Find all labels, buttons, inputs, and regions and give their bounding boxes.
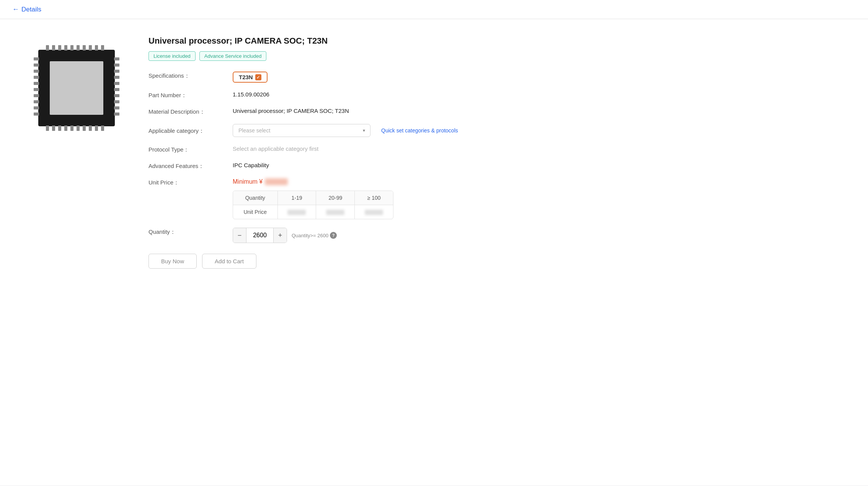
price-table-header-2: 20-99 — [316, 191, 355, 205]
material-description-value: Universal processor; IP CAMERA SOC; T23N — [233, 108, 845, 114]
product-image-wrapper — [23, 34, 130, 142]
price-table: Quantity 1-19 20-99 ≥ 100 Unit Price — [233, 191, 393, 219]
protocol-type-value: Select an applicable category first — [233, 145, 845, 152]
part-number-label: Part Number： — [148, 91, 233, 99]
advanced-features-row: Advanced Features： IPC Capability — [148, 162, 845, 170]
action-buttons: Buy Now Add to Cart — [148, 254, 845, 269]
quick-set-link[interactable]: Quick set categories & protocols — [381, 127, 458, 134]
quantity-note-text: Quantity>= 2600 — [292, 233, 328, 238]
svg-rect-23 — [101, 126, 104, 131]
applicable-category-row: Applicable category： Please select ▾ Qui… — [148, 124, 845, 137]
svg-rect-17 — [64, 126, 67, 131]
help-icon[interactable]: ? — [330, 232, 337, 239]
blurred-price-0 — [287, 210, 306, 215]
price-row-val-1 — [316, 205, 355, 219]
part-number-row: Part Number： 1.15.09.00206 — [148, 91, 845, 99]
part-number-value: 1.15.09.00206 — [233, 91, 845, 98]
svg-rect-29 — [34, 88, 39, 91]
specifications-row: Specifications： T23N — [148, 72, 845, 83]
svg-rect-40 — [114, 94, 119, 97]
svg-rect-28 — [34, 82, 39, 85]
svg-rect-1 — [50, 61, 103, 115]
quantity-label: Quantity： — [148, 228, 233, 236]
svg-rect-32 — [34, 106, 39, 109]
category-dropdown[interactable]: Please select — [233, 124, 370, 137]
svg-rect-9 — [77, 45, 80, 51]
price-table-header-1: 1-19 — [277, 191, 316, 205]
quantity-note: Quantity>= 2600 ? — [292, 232, 337, 239]
svg-rect-31 — [34, 100, 39, 103]
product-title: Universal processor; IP CAMERA SOC; T23N — [148, 36, 845, 46]
main-content: Universal processor; IP CAMERA SOC; T23N… — [0, 19, 868, 485]
svg-rect-43 — [114, 113, 119, 116]
quantity-stepper: − + — [233, 228, 287, 243]
spec-tag[interactable]: T23N — [233, 72, 268, 83]
unit-price-display: Minimum ¥ — [233, 178, 845, 185]
badge-service: Advance Service included — [199, 51, 267, 61]
svg-rect-11 — [89, 45, 92, 51]
unit-price-value: Minimum ¥ Quantity 1-19 20-99 ≥ 100 — [233, 178, 845, 219]
buy-now-button[interactable]: Buy Now — [148, 254, 197, 269]
svg-rect-21 — [89, 126, 92, 131]
back-arrow-icon: ← — [12, 5, 19, 13]
quantity-control-area: − + Quantity>= 2600 ? — [233, 228, 845, 243]
price-row-val-0 — [277, 205, 316, 219]
svg-rect-26 — [34, 70, 39, 73]
quantity-increase-button[interactable]: + — [274, 228, 287, 243]
category-dropdown-wrapper: Please select ▾ — [233, 124, 370, 137]
svg-rect-15 — [52, 126, 55, 131]
chip-image — [23, 34, 130, 142]
svg-rect-8 — [70, 45, 73, 51]
badge-license: License included — [148, 51, 196, 61]
svg-rect-19 — [77, 126, 80, 131]
back-button[interactable]: ← Details — [12, 5, 41, 13]
price-row-label: Unit Price — [233, 205, 277, 219]
svg-rect-16 — [58, 126, 61, 131]
svg-rect-35 — [114, 64, 119, 67]
svg-rect-6 — [58, 45, 61, 51]
advanced-features-value: IPC Capability — [233, 162, 845, 168]
svg-rect-4 — [46, 45, 49, 51]
svg-rect-24 — [34, 57, 39, 60]
svg-rect-36 — [114, 70, 119, 73]
svg-rect-30 — [34, 94, 39, 97]
spec-tag-text: T23N — [239, 74, 253, 80]
price-table-header-0: Quantity — [233, 191, 277, 205]
svg-rect-12 — [95, 45, 98, 51]
price-table-header-3: ≥ 100 — [355, 191, 393, 205]
svg-rect-18 — [70, 126, 73, 131]
protocol-type-row: Protocol Type： Select an applicable cate… — [148, 145, 845, 153]
svg-rect-20 — [83, 126, 86, 131]
specifications-value: T23N — [233, 72, 845, 83]
quantity-row-inner: − + Quantity>= 2600 ? — [233, 228, 845, 243]
page-header: ← Details — [0, 0, 868, 19]
svg-rect-5 — [52, 45, 55, 51]
advanced-features-label: Advanced Features： — [148, 162, 233, 170]
product-details: Universal processor; IP CAMERA SOC; T23N… — [148, 34, 845, 269]
specifications-label: Specifications： — [148, 72, 233, 80]
product-section: Universal processor; IP CAMERA SOC; T23N… — [23, 34, 845, 269]
svg-rect-10 — [83, 45, 86, 51]
minimum-prefix: Minimum ¥ — [233, 178, 263, 185]
svg-rect-14 — [46, 126, 49, 131]
spec-check-icon — [255, 74, 261, 80]
svg-rect-13 — [101, 45, 104, 51]
add-to-cart-button[interactable]: Add to Cart — [202, 254, 256, 269]
badges: License included Advance Service include… — [148, 51, 845, 61]
unit-price-row: Unit Price： Minimum ¥ Quantity 1-19 — [148, 178, 845, 219]
svg-rect-25 — [34, 64, 39, 67]
quantity-input[interactable] — [246, 228, 274, 243]
svg-rect-39 — [114, 88, 119, 91]
svg-rect-41 — [114, 100, 119, 103]
svg-rect-37 — [114, 76, 119, 79]
svg-rect-42 — [114, 106, 119, 109]
svg-rect-27 — [34, 76, 39, 79]
price-blurred — [265, 178, 288, 185]
applicable-category-value: Please select ▾ Quick set categories & p… — [233, 124, 845, 137]
applicable-category-label: Applicable category： — [148, 127, 233, 135]
material-description-row: Material Description： Universal processo… — [148, 108, 845, 116]
price-table-row: Unit Price — [233, 205, 393, 219]
svg-rect-33 — [34, 113, 39, 116]
quantity-decrease-button[interactable]: − — [233, 228, 246, 243]
svg-rect-38 — [114, 82, 119, 85]
